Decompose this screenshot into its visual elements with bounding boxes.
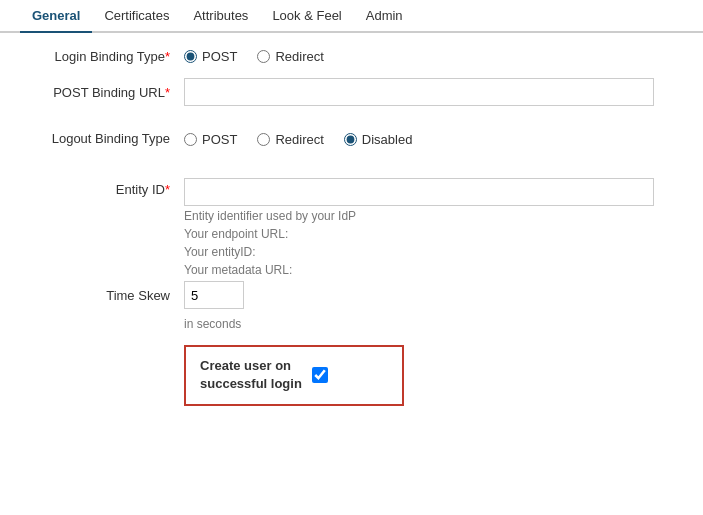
post-binding-url-input[interactable] xyxy=(184,78,654,106)
logout-redirect-label[interactable]: Redirect xyxy=(275,132,323,147)
login-post-radio[interactable] xyxy=(184,50,197,63)
login-redirect-radio[interactable] xyxy=(257,50,270,63)
entity-id-row: Entity ID* Entity identifier used by you… xyxy=(24,178,679,277)
create-user-checkbox[interactable] xyxy=(312,367,328,383)
tab-attributes[interactable]: Attributes xyxy=(181,0,260,33)
login-redirect-option[interactable]: Redirect xyxy=(257,49,323,64)
in-seconds-label: in seconds xyxy=(184,317,241,331)
tab-certificates[interactable]: Certificates xyxy=(92,0,181,33)
entity-id-hints: Entity identifier used by your IdP Your … xyxy=(184,206,654,277)
time-skew-input[interactable] xyxy=(184,281,244,309)
logout-post-radio[interactable] xyxy=(184,133,197,146)
logout-binding-type-options: POST Redirect Disabled xyxy=(184,132,412,147)
tab-admin[interactable]: Admin xyxy=(354,0,415,33)
logout-disabled-label[interactable]: Disabled xyxy=(362,132,413,147)
post-binding-url-row: POST Binding URL* xyxy=(24,78,679,106)
endpoint-url-hint: Your endpoint URL: xyxy=(184,227,654,241)
entity-id-field-group: Entity identifier used by your IdP Your … xyxy=(184,178,654,277)
tab-bar: General Certificates Attributes Look & F… xyxy=(0,0,703,33)
form-content: Login Binding Type* POST Redirect POST B… xyxy=(0,33,703,422)
entity-id-url-hint: Your entityID: xyxy=(184,245,654,259)
create-user-label: Create user onsuccessful login xyxy=(200,357,302,393)
logout-redirect-option[interactable]: Redirect xyxy=(257,132,323,147)
create-user-box: Create user onsuccessful login xyxy=(184,345,404,405)
post-binding-url-label: POST Binding URL* xyxy=(24,85,184,100)
login-binding-type-row: Login Binding Type* POST Redirect xyxy=(24,49,679,64)
in-seconds-row: in seconds xyxy=(24,315,679,331)
create-user-section: Create user onsuccessful login xyxy=(24,345,679,405)
login-post-option[interactable]: POST xyxy=(184,49,237,64)
login-binding-type-label: Login Binding Type* xyxy=(24,49,184,64)
login-binding-type-options: POST Redirect xyxy=(184,49,324,64)
time-skew-row: Time Skew xyxy=(24,281,679,309)
logout-post-label[interactable]: POST xyxy=(202,132,237,147)
logout-disabled-radio[interactable] xyxy=(344,133,357,146)
entity-id-hint: Entity identifier used by your IdP xyxy=(184,209,654,223)
tab-general[interactable]: General xyxy=(20,0,92,33)
logout-redirect-radio[interactable] xyxy=(257,133,270,146)
logout-disabled-option[interactable]: Disabled xyxy=(344,132,413,147)
logout-post-option[interactable]: POST xyxy=(184,132,237,147)
logout-binding-type-label: Logout Binding Type xyxy=(24,130,184,148)
logout-binding-type-row: Logout Binding Type POST Redirect Disabl… xyxy=(24,130,679,148)
entity-id-label: Entity ID* xyxy=(24,178,184,197)
login-redirect-label[interactable]: Redirect xyxy=(275,49,323,64)
metadata-url-hint: Your metadata URL: xyxy=(184,263,654,277)
entity-id-input[interactable] xyxy=(184,178,654,206)
time-skew-label: Time Skew xyxy=(24,288,184,303)
login-post-label[interactable]: POST xyxy=(202,49,237,64)
tab-look-and-feel[interactable]: Look & Feel xyxy=(260,0,353,33)
